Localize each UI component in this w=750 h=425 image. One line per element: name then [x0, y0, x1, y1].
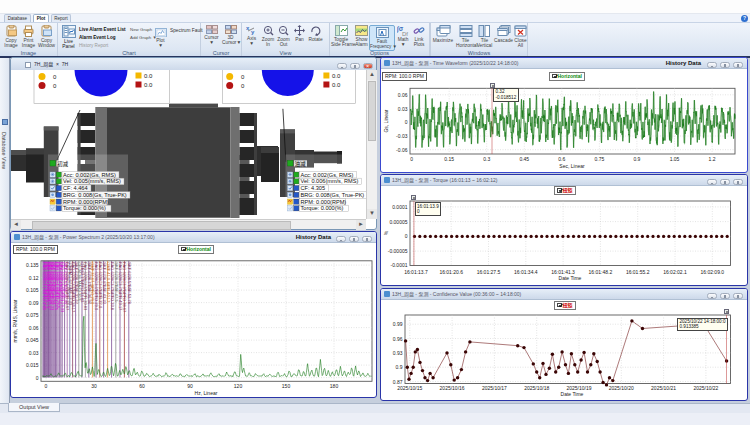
svg-text:2025/10/17: 2025/10/17 [482, 385, 507, 391]
svg-text:Hz, Linear: Hz, Linear [195, 390, 218, 396]
svg-text:2025/10/22: 2025/10/22 [693, 385, 718, 391]
svg-text:0.06: 0.06 [398, 92, 408, 98]
svg-text:150: 150 [282, 383, 291, 389]
svg-text:120: 120 [234, 383, 243, 389]
svg-text:0: 0 [410, 156, 413, 162]
svg-text:-0.00005: -0.00005 [388, 248, 408, 254]
svg-text:16:02:02.1: 16:02:02.1 [663, 269, 687, 275]
svg-text:0.015: 0.015 [26, 362, 39, 368]
svg-text:0.93: 0.93 [393, 350, 403, 356]
svg-text:1.2: 1.2 [709, 156, 716, 162]
svg-text:0.99: 0.99 [393, 321, 403, 327]
svg-text:30: 30 [91, 383, 97, 389]
svg-text:0.00005: 0.00005 [389, 219, 407, 225]
svg-text:%: % [383, 230, 389, 235]
svg-text:16:01:55.2: 16:01:55.2 [626, 269, 650, 275]
svg-text:2025/10/21: 2025/10/21 [651, 385, 676, 391]
svg-text:90: 90 [187, 383, 193, 389]
svg-text:0.03: 0.03 [29, 350, 39, 356]
svg-text:0.135: 0.135 [26, 262, 39, 268]
svg-text:0.3: 0.3 [483, 156, 490, 162]
svg-text:FAG 6228C3 7*BPFI 43.17: FAG 6228C3 7*BPFI 43.17 [118, 262, 123, 311]
svg-text:SKF 6228 5*BSF 52.78: SKF 6228 5*BSF 52.78 [127, 262, 132, 304]
svg-text:0.12: 0.12 [29, 275, 39, 281]
svg-text:0.6: 0.6 [558, 156, 565, 162]
svg-text:16:02:09.0: 16:02:09.0 [700, 269, 724, 275]
svg-text:2025/10/16: 2025/10/16 [440, 385, 465, 391]
svg-text:0.9: 0.9 [633, 156, 640, 162]
svg-text:16:01:27.5: 16:01:27.5 [477, 269, 501, 275]
svg-text:-0.06: -0.06 [396, 147, 408, 153]
svg-text:0.105: 0.105 [26, 287, 39, 293]
svg-text:Gs, Linear: Gs, Linear [383, 109, 389, 132]
svg-text:1.05: 1.05 [670, 156, 680, 162]
svg-text:2025/10/20: 2025/10/20 [609, 385, 634, 391]
svg-text:2025/10/18: 2025/10/18 [524, 385, 549, 391]
svg-text:16:01:13.7: 16:01:13.7 [404, 269, 428, 275]
svg-text:0.09: 0.09 [29, 300, 39, 306]
svg-text:0.075: 0.075 [26, 312, 39, 318]
svg-text:16:01:20.6: 16:01:20.6 [439, 269, 463, 275]
svg-text:0.45: 0.45 [519, 156, 529, 162]
svg-text:0: 0 [405, 119, 408, 125]
svg-text:FAG 6228C3 8*BPFO 38.67: FAG 6228C3 8*BPFO 38.67 [122, 262, 127, 313]
svg-text:0.045: 0.045 [26, 337, 39, 343]
svg-text:0.03: 0.03 [398, 106, 408, 112]
svg-text:-0.0001: -0.0001 [391, 262, 408, 268]
svg-text:0.9: 0.9 [396, 364, 403, 370]
svg-text:16:01:48.2: 16:01:48.2 [589, 269, 613, 275]
svg-text:16:01:34.4: 16:01:34.4 [514, 269, 538, 275]
svg-text:Sec, Linear: Sec, Linear [559, 163, 585, 169]
svg-text:mm/s, RMS, Linear: mm/s, RMS, Linear [12, 299, 18, 342]
svg-text:0: 0 [405, 233, 408, 239]
svg-text:Date Time: Date Time [561, 391, 584, 397]
svg-text:0.06: 0.06 [29, 325, 39, 331]
svg-text:0.96: 0.96 [393, 336, 403, 342]
svg-text:0.0001: 0.0001 [392, 204, 408, 210]
svg-text:0: 0 [36, 375, 39, 381]
svg-text:2025/10/15: 2025/10/15 [397, 385, 422, 391]
svg-text:0.75: 0.75 [595, 156, 605, 162]
svg-text:0.15: 0.15 [444, 156, 454, 162]
svg-text:60: 60 [139, 383, 145, 389]
svg-text:Date Time: Date Time [559, 275, 582, 281]
svg-text:-0.03: -0.03 [396, 133, 408, 139]
svg-text:180: 180 [330, 383, 339, 389]
svg-text:0: 0 [45, 383, 48, 389]
